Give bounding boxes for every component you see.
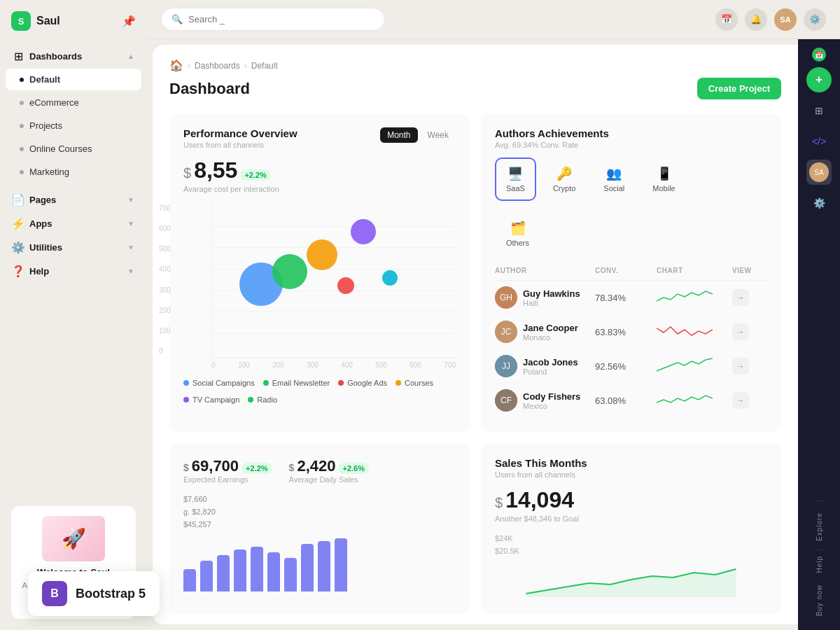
topbar-right: 📅 🔔 SA ⚙️: [715, 8, 826, 31]
marketing-label: Marketing: [29, 167, 69, 177]
sidebar-nav: ⊞ Dashboards ▲ Default eCommerce Project…: [0, 42, 147, 495]
sparkline-guy: [657, 287, 713, 308]
view-btn-guy[interactable]: →: [732, 289, 749, 306]
view-btn-jacob[interactable]: →: [732, 358, 749, 374]
tab-saas[interactable]: 🖥️ SaaS: [495, 158, 536, 201]
chevron-icon: ▼: [127, 220, 134, 227]
sidebar: S Saul 📌 ⊞ Dashboards ▲ Default eCommerc…: [0, 0, 147, 630]
avatar[interactable]: SA: [774, 8, 797, 31]
performance-desc: Avarage cost per interaction: [183, 185, 456, 193]
search-icon: 🔍: [172, 14, 183, 24]
sidebar-item-projects[interactable]: Projects: [6, 115, 141, 136]
create-project-button[interactable]: Create Project: [697, 78, 781, 99]
default-label: Default: [29, 74, 60, 85]
settings-icon[interactable]: ⚙️: [804, 8, 826, 31]
apps-label: Apps: [29, 218, 52, 229]
ecommerce-label: eCommerce: [29, 97, 79, 108]
calendar-icon[interactable]: 📅: [715, 8, 738, 31]
dot-icon: [20, 147, 24, 151]
chevron-icon: ▲: [127, 52, 134, 60]
bubble-chart-container: 700 600 500 400 300 200 100 0: [183, 204, 456, 369]
author-row-cody: CF Cody Fishers Mexico 63.08% →: [495, 384, 767, 418]
tab-crypto[interactable]: 🔑 Crypto: [542, 158, 587, 201]
conv-jacob: 92.56%: [595, 361, 651, 372]
th-author: AUTHOR: [495, 267, 589, 274]
bar-3: [217, 555, 230, 592]
sidebar-item-pages[interactable]: 📄 Pages ▼: [6, 188, 141, 211]
rp-user-icon[interactable]: SA: [806, 160, 832, 185]
sales-card: Sales This Months Users from all channel…: [481, 443, 781, 614]
bubble-email: [272, 254, 307, 289]
performance-subtitle: Users from all channels: [183, 141, 298, 149]
author-name-cody: Cody Fishers: [523, 391, 580, 402]
legend-google: Google Ads: [338, 379, 387, 387]
bubble-tv: [351, 219, 376, 244]
sidebar-item-ecommerce[interactable]: eCommerce: [6, 92, 141, 113]
calendar-badge[interactable]: 📅: [812, 48, 826, 62]
sidebar-item-online-courses[interactable]: Online Courses: [6, 138, 141, 160]
buy-now-label[interactable]: Buy now: [816, 579, 823, 622]
pin-icon[interactable]: 📌: [122, 15, 136, 28]
help-label-rp[interactable]: Help: [816, 550, 823, 579]
sidebar-item-apps[interactable]: ⚡ Apps ▼: [6, 212, 141, 234]
chevron-icon: ▼: [127, 244, 134, 251]
bar-7: [284, 558, 297, 592]
right-panel: 📅 + ⊞ </> SA ⚙️ Explore Help Buy now: [798, 39, 840, 630]
sidebar-item-marketing[interactable]: Marketing: [6, 161, 141, 183]
chevron-icon: ▼: [127, 196, 134, 204]
sidebar-item-dashboards[interactable]: ⊞ Dashboards ▲: [6, 45, 141, 67]
sparkline-jacob: [657, 356, 713, 377]
breadcrumb-dashboards[interactable]: Dashboards: [195, 61, 240, 71]
sparkline-jane: [657, 321, 713, 342]
performance-tabs: Month Week: [380, 127, 456, 143]
page-title-row: Dashboard Create Project: [169, 78, 781, 99]
dot-icon: [20, 170, 24, 174]
legend-social: Social Campaigns: [183, 379, 255, 387]
view-btn-cody[interactable]: →: [732, 392, 749, 409]
tab-others[interactable]: 🗂️ Others: [495, 212, 540, 255]
th-conv: CONV.: [595, 267, 651, 274]
sidebar-item-default[interactable]: Default: [6, 69, 141, 90]
rp-code-icon[interactable]: </>: [806, 129, 832, 154]
avatar-jane: JC: [495, 321, 517, 343]
rp-grid-icon[interactable]: ⊞: [806, 98, 832, 123]
online-courses-label: Online Courses: [29, 144, 92, 154]
rp-settings-icon[interactable]: ⚙️: [806, 190, 832, 216]
performance-title: Performance Overview: [183, 127, 298, 139]
explore-section: Explore Help Buy now: [816, 500, 823, 622]
grid-line: [212, 312, 456, 312]
sidebar-item-help[interactable]: ❓ Help ▼: [6, 260, 141, 282]
breadcrumb-current: Default: [251, 61, 278, 71]
notifications-icon[interactable]: 🔔: [745, 8, 767, 31]
chart-legend: Social Campaigns Email Newsletter Google…: [183, 379, 456, 404]
logo-icon: S: [11, 11, 31, 31]
earnings-card: $ 69,700 +2.2% Expected Earnings $ 2,420…: [169, 443, 470, 614]
dot-icon: [20, 124, 24, 128]
tab-mobile[interactable]: 📱 Mobile: [641, 158, 686, 201]
conv-cody: 63.08%: [595, 396, 651, 406]
search-input[interactable]: [188, 14, 374, 24]
view-btn-jane[interactable]: →: [732, 323, 749, 340]
tab-month[interactable]: Month: [380, 127, 417, 143]
bottom-row: $ 69,700 +2.2% Expected Earnings $ 2,420…: [169, 443, 781, 614]
bar-1: [183, 569, 196, 592]
authors-table-header: AUTHOR CONV. CHART VIEW: [495, 267, 767, 281]
main-area: 🔍 📅 🔔 SA ⚙️ 🏠 › Dashboards › Default Das…: [147, 0, 840, 630]
author-location-jane: Monaco: [523, 333, 578, 342]
sales-y-labels: $24K $20.5K: [495, 534, 767, 555]
tab-social[interactable]: 👥 Social: [592, 158, 636, 201]
search-box[interactable]: 🔍: [161, 8, 385, 31]
breadcrumb-home[interactable]: 🏠: [169, 59, 183, 72]
explore-label[interactable]: Explore: [816, 507, 823, 550]
earnings-label: Expected Earnings: [183, 475, 272, 484]
dot-icon: [20, 101, 24, 105]
earnings-items: $7,660 g. $2,820 $45,257: [183, 495, 456, 528]
rp-plus-icon[interactable]: +: [806, 67, 832, 92]
avatar-cody: CF: [495, 389, 517, 412]
conv-guy: 78.34%: [595, 293, 651, 303]
author-location-guy: Haiti: [523, 299, 580, 307]
avatar-jacob: JJ: [495, 355, 517, 377]
app-name: Saul: [36, 15, 60, 27]
sidebar-item-utilities[interactable]: ⚙️ Utilities ▼: [6, 236, 141, 258]
tab-week[interactable]: Week: [421, 127, 456, 143]
